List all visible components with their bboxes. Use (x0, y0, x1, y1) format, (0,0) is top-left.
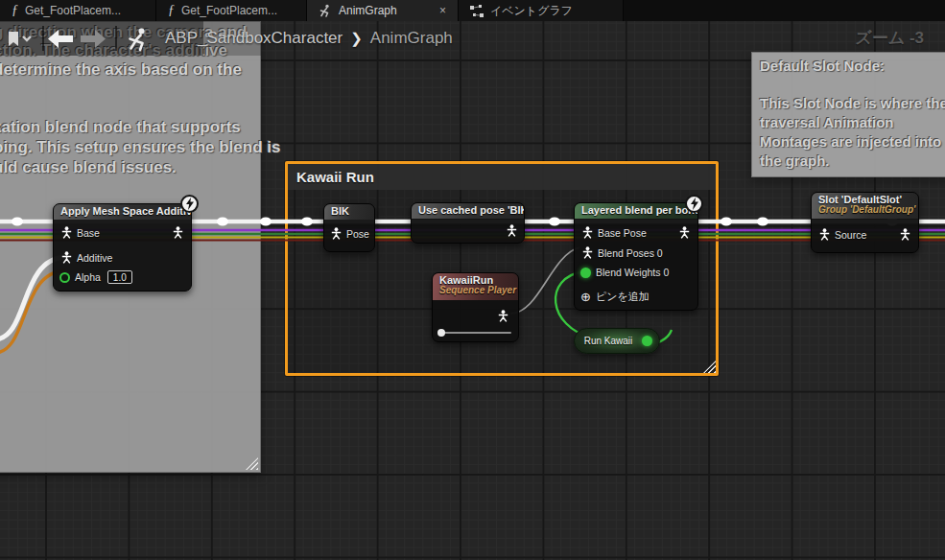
close-icon[interactable]: × (437, 4, 448, 17)
pin-label: Pose (346, 228, 369, 240)
breadcrumb: ABP_SandboxCharacter ❯ AnimGraph (165, 29, 453, 48)
tab-bar: ƒ Get_FootPlacem... ƒ Get_FootPlacem... … (0, 0, 945, 21)
nav-back-button[interactable] (48, 30, 73, 48)
breadcrumb-current[interactable]: AnimGraph (370, 29, 453, 48)
node-use-cached-pose-bik[interactable]: Use cached pose 'BIK' (411, 202, 525, 244)
pin-base[interactable]: Base (61, 226, 100, 239)
animgraph-run-icon (319, 4, 332, 17)
pin-label: Alpha (75, 271, 101, 283)
pin-blend-weights-0[interactable]: Blend Weights 0 (580, 267, 669, 278)
float-pin-icon (580, 268, 591, 278)
pin-label: Additive (77, 252, 112, 264)
fast-path-icon (180, 195, 199, 213)
tab-label: Get_FootPlacem... (181, 4, 277, 17)
bool-output-pin[interactable] (642, 336, 652, 346)
float-pin-icon (59, 272, 70, 283)
node-title: Use cached pose 'BIK' (412, 203, 524, 219)
breadcrumb-root[interactable]: ABP_SandboxCharacter (165, 29, 343, 48)
tab-get-footplacem-1[interactable]: ƒ Get_FootPlacem... (0, 0, 156, 21)
eventgraph-icon (470, 5, 484, 17)
pin-additive[interactable]: Additive (61, 251, 112, 264)
tab-animgraph[interactable]: AnimGraph × (307, 0, 459, 21)
node-title: Apply Mesh Space Additive (54, 204, 191, 220)
function-icon: ƒ (168, 3, 175, 18)
tab-label: Get_FootPlacem... (25, 4, 121, 17)
node-title: Layered blend per bone (575, 203, 697, 219)
pin-label: Base (77, 227, 100, 239)
pose-output-pin[interactable] (173, 226, 183, 239)
pin-label: Blend Poses 0 (598, 247, 663, 259)
pin-source[interactable]: Source (819, 228, 866, 241)
pin-label: Source (835, 229, 866, 241)
node-subtitle: Sequence Player (439, 285, 511, 295)
node-subtitle: Group 'DefaultGroup' (818, 204, 911, 215)
node-layered-blend-per-bone[interactable]: Layered blend per bone Base Pose Blend P… (574, 202, 698, 311)
pose-output-pin[interactable] (900, 228, 910, 241)
pin-label: Base Pose (598, 227, 647, 239)
bookmark-button[interactable] (8, 32, 33, 47)
pin-pose[interactable]: Pose (331, 227, 369, 240)
pose-output-pin[interactable] (679, 226, 690, 239)
add-pin-icon: ⊕ (580, 290, 591, 304)
node-kawaiirun-sequence-player[interactable]: KawaiiRun Sequence Player (432, 272, 519, 342)
node-title: BIK (324, 204, 374, 220)
wire-pose-link (510, 247, 579, 314)
pin-blend-poses-0[interactable]: Blend Poses 0 (582, 246, 663, 259)
pose-pin-icon (331, 227, 342, 240)
alpha-value-input[interactable]: 1.0 (107, 270, 132, 284)
pose-output-pin[interactable] (498, 310, 508, 322)
animgraph-canvas[interactable]: g direction when the camera and ction. T… (0, 21, 945, 560)
tab-label: AnimGraph (339, 4, 397, 17)
pin-alpha[interactable]: Alpha 1.0 (59, 270, 132, 284)
zoom-level-indicator: ズーム -3 (855, 27, 924, 49)
function-icon: ƒ (12, 3, 18, 18)
pin-base-pose[interactable]: Base Pose (582, 226, 647, 239)
pose-pin-icon (61, 226, 72, 239)
tab-label: イベントグラフ (490, 3, 573, 19)
add-pin-label: ピンを追加 (596, 290, 650, 304)
nav-forward-button[interactable] (81, 30, 106, 48)
playback-track[interactable] (439, 332, 511, 334)
breadcrumb-separator-icon: ❯ (350, 30, 363, 47)
toolbar-divider (42, 26, 44, 51)
toolbar-divider (115, 26, 117, 51)
variable-label: Run Kawaii (575, 336, 642, 346)
pose-pin-icon (582, 226, 593, 239)
fast-path-icon (685, 195, 703, 213)
playback-position-handle[interactable] (437, 329, 445, 337)
node-slot-defaultslot[interactable]: Slot 'DefaultSlot' Group 'DefaultGroup' … (811, 192, 919, 253)
pin-label: Blend Weights 0 (596, 267, 669, 278)
add-pin-button[interactable]: ⊕ ピンを追加 (580, 290, 650, 304)
tab-event-graph[interactable]: イベントグラフ (459, 0, 624, 21)
pose-pin-icon (61, 251, 72, 264)
animgraph-run-icon (126, 27, 151, 52)
pose-output-pin[interactable] (507, 224, 517, 237)
pose-pin-icon (582, 246, 593, 259)
node-bik-cache[interactable]: BIK Pose (323, 203, 375, 252)
node-apply-mesh-space-additive[interactable]: Apply Mesh Space Additive Base Additive … (53, 203, 192, 292)
node-run-kawaii-variable[interactable]: Run Kawaii (574, 328, 660, 354)
pose-pin-icon (819, 228, 830, 241)
tab-get-footplacem-2[interactable]: ƒ Get_FootPlacem... (156, 0, 307, 21)
